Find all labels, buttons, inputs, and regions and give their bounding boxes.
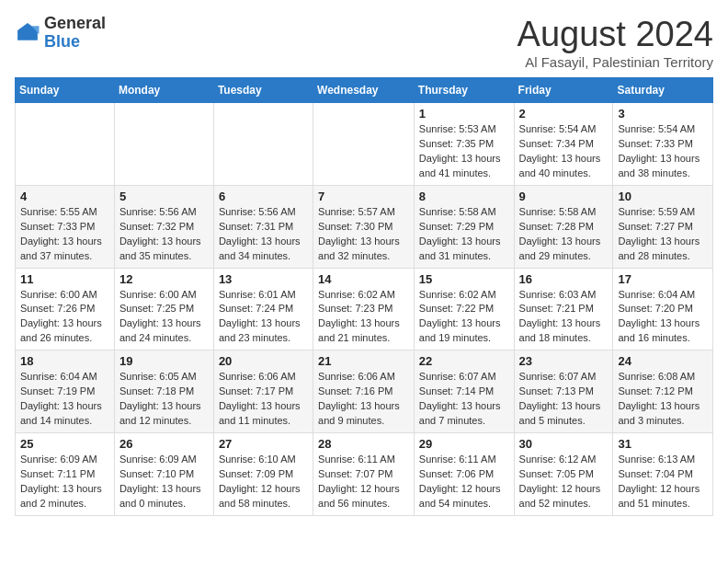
cell-info: Sunrise: 6:00 AM Sunset: 7:26 PM Dayligh… [20, 288, 109, 347]
calendar-cell: 25Sunrise: 6:09 AM Sunset: 7:11 PM Dayli… [16, 433, 115, 516]
cell-info: Sunrise: 6:00 AM Sunset: 7:25 PM Dayligh… [119, 288, 209, 347]
calendar-cell: 3Sunrise: 5:54 AM Sunset: 7:33 PM Daylig… [613, 103, 713, 186]
cell-day-number: 2 [519, 107, 609, 121]
calendar-cell: 11Sunrise: 6:00 AM Sunset: 7:26 PM Dayli… [16, 268, 115, 350]
svg-marker-0 [17, 23, 38, 40]
calendar-cell: 31Sunrise: 6:13 AM Sunset: 7:04 PM Dayli… [613, 433, 713, 516]
cell-day-number: 24 [618, 354, 708, 368]
calendar-cell: 9Sunrise: 5:58 AM Sunset: 7:28 PM Daylig… [514, 185, 613, 268]
calendar-cell: 18Sunrise: 6:04 AM Sunset: 7:19 PM Dayli… [16, 350, 115, 433]
calendar-cell: 23Sunrise: 6:07 AM Sunset: 7:13 PM Dayli… [514, 350, 613, 433]
cell-day-number: 28 [318, 437, 409, 451]
calendar-cell: 24Sunrise: 6:08 AM Sunset: 7:12 PM Dayli… [613, 350, 713, 433]
cell-info: Sunrise: 6:11 AM Sunset: 7:06 PM Dayligh… [419, 453, 509, 511]
cell-info: Sunrise: 6:09 AM Sunset: 7:10 PM Dayligh… [119, 453, 209, 511]
cell-info: Sunrise: 5:56 AM Sunset: 7:31 PM Dayligh… [219, 205, 308, 264]
cell-info: Sunrise: 6:06 AM Sunset: 7:17 PM Dayligh… [219, 370, 308, 429]
calendar-cell: 10Sunrise: 5:59 AM Sunset: 7:27 PM Dayli… [613, 185, 713, 268]
cell-day-number: 3 [618, 107, 708, 121]
header-monday: Monday [114, 78, 213, 103]
calendar-cell [16, 103, 115, 186]
cell-day-number: 11 [20, 272, 109, 286]
cell-info: Sunrise: 6:09 AM Sunset: 7:11 PM Dayligh… [20, 453, 109, 511]
cell-day-number: 4 [20, 190, 109, 203]
cell-day-number: 9 [519, 190, 609, 203]
cell-day-number: 16 [519, 272, 609, 286]
calendar-cell: 27Sunrise: 6:10 AM Sunset: 7:09 PM Dayli… [213, 433, 313, 516]
cell-info: Sunrise: 6:06 AM Sunset: 7:16 PM Dayligh… [318, 370, 409, 429]
cell-info: Sunrise: 6:12 AM Sunset: 7:05 PM Dayligh… [519, 453, 609, 511]
cell-info: Sunrise: 6:03 AM Sunset: 7:21 PM Dayligh… [519, 288, 609, 347]
cell-info: Sunrise: 5:58 AM Sunset: 7:28 PM Dayligh… [519, 205, 609, 264]
cell-info: Sunrise: 5:59 AM Sunset: 7:27 PM Dayligh… [618, 205, 708, 264]
calendar-cell: 1Sunrise: 5:53 AM Sunset: 7:35 PM Daylig… [414, 103, 514, 186]
cell-day-number: 17 [618, 272, 708, 286]
calendar-cell: 7Sunrise: 5:57 AM Sunset: 7:30 PM Daylig… [313, 185, 415, 268]
logo-text: General Blue [44, 15, 106, 52]
header-thursday: Thursday [414, 78, 514, 103]
cell-day-number: 1 [419, 107, 509, 121]
cell-info: Sunrise: 6:01 AM Sunset: 7:24 PM Dayligh… [219, 288, 308, 347]
cell-day-number: 23 [519, 354, 609, 368]
cell-info: Sunrise: 6:11 AM Sunset: 7:07 PM Dayligh… [318, 453, 409, 511]
calendar-cell: 13Sunrise: 6:01 AM Sunset: 7:24 PM Dayli… [213, 268, 313, 350]
cell-day-number: 31 [618, 437, 708, 451]
cell-day-number: 8 [419, 190, 509, 203]
cell-day-number: 26 [119, 437, 209, 451]
cell-day-number: 18 [20, 354, 109, 368]
cell-info: Sunrise: 6:07 AM Sunset: 7:14 PM Dayligh… [419, 370, 509, 429]
logo: General Blue [15, 15, 106, 52]
cell-day-number: 19 [119, 354, 209, 368]
logo-blue: Blue [44, 32, 80, 51]
cell-day-number: 15 [419, 272, 509, 286]
cell-info: Sunrise: 6:13 AM Sunset: 7:04 PM Dayligh… [618, 453, 708, 511]
location-title: Al Fasayil, Palestinian Territory [518, 54, 713, 70]
cell-info: Sunrise: 6:04 AM Sunset: 7:19 PM Dayligh… [20, 370, 109, 429]
header-friday: Friday [514, 78, 613, 103]
calendar-cell: 20Sunrise: 6:06 AM Sunset: 7:17 PM Dayli… [213, 350, 313, 433]
calendar-cell: 12Sunrise: 6:00 AM Sunset: 7:25 PM Dayli… [114, 268, 213, 350]
calendar-cell: 30Sunrise: 6:12 AM Sunset: 7:05 PM Dayli… [514, 433, 613, 516]
calendar-cell: 22Sunrise: 6:07 AM Sunset: 7:14 PM Dayli… [414, 350, 514, 433]
calendar-week-row: 4Sunrise: 5:55 AM Sunset: 7:33 PM Daylig… [16, 185, 713, 268]
cell-day-number: 13 [219, 272, 308, 286]
month-title: August 2024 [518, 15, 713, 54]
cell-day-number: 30 [519, 437, 609, 451]
calendar-cell: 21Sunrise: 6:06 AM Sunset: 7:16 PM Dayli… [313, 350, 415, 433]
cell-info: Sunrise: 5:58 AM Sunset: 7:29 PM Dayligh… [419, 205, 509, 264]
cell-info: Sunrise: 6:02 AM Sunset: 7:22 PM Dayligh… [419, 288, 509, 347]
cell-info: Sunrise: 6:10 AM Sunset: 7:09 PM Dayligh… [219, 453, 308, 511]
calendar-header-row: SundayMondayTuesdayWednesdayThursdayFrid… [16, 78, 713, 103]
cell-day-number: 27 [219, 437, 308, 451]
calendar-cell: 15Sunrise: 6:02 AM Sunset: 7:22 PM Dayli… [414, 268, 514, 350]
cell-day-number: 21 [318, 354, 409, 368]
calendar-cell [213, 103, 313, 186]
cell-day-number: 7 [318, 190, 409, 203]
cell-info: Sunrise: 5:54 AM Sunset: 7:33 PM Dayligh… [618, 122, 708, 181]
calendar-cell: 16Sunrise: 6:03 AM Sunset: 7:21 PM Dayli… [514, 268, 613, 350]
cell-day-number: 10 [618, 190, 708, 203]
cell-info: Sunrise: 6:07 AM Sunset: 7:13 PM Dayligh… [519, 370, 609, 429]
header-saturday: Saturday [613, 78, 713, 103]
calendar-cell: 28Sunrise: 6:11 AM Sunset: 7:07 PM Dayli… [313, 433, 415, 516]
cell-info: Sunrise: 5:53 AM Sunset: 7:35 PM Dayligh… [419, 122, 509, 181]
cell-day-number: 29 [419, 437, 509, 451]
cell-info: Sunrise: 6:05 AM Sunset: 7:18 PM Dayligh… [119, 370, 209, 429]
calendar-week-row: 18Sunrise: 6:04 AM Sunset: 7:19 PM Dayli… [16, 350, 713, 433]
calendar-week-row: 25Sunrise: 6:09 AM Sunset: 7:11 PM Dayli… [16, 433, 713, 516]
cell-info: Sunrise: 5:56 AM Sunset: 7:32 PM Dayligh… [119, 205, 209, 264]
calendar-cell [313, 103, 415, 186]
cell-day-number: 22 [419, 354, 509, 368]
title-block: August 2024 Al Fasayil, Palestinian Terr… [518, 15, 713, 70]
header-sunday: Sunday [16, 78, 115, 103]
calendar-cell: 14Sunrise: 6:02 AM Sunset: 7:23 PM Dayli… [313, 268, 415, 350]
cell-info: Sunrise: 6:08 AM Sunset: 7:12 PM Dayligh… [618, 370, 708, 429]
calendar-week-row: 1Sunrise: 5:53 AM Sunset: 7:35 PM Daylig… [16, 103, 713, 186]
calendar-cell: 2Sunrise: 5:54 AM Sunset: 7:34 PM Daylig… [514, 103, 613, 186]
cell-day-number: 12 [119, 272, 209, 286]
cell-day-number: 6 [219, 190, 308, 203]
calendar-cell: 29Sunrise: 6:11 AM Sunset: 7:06 PM Dayli… [414, 433, 514, 516]
cell-info: Sunrise: 5:54 AM Sunset: 7:34 PM Dayligh… [519, 122, 609, 181]
calendar-cell: 5Sunrise: 5:56 AM Sunset: 7:32 PM Daylig… [114, 185, 213, 268]
logo-general: General [44, 14, 106, 32]
